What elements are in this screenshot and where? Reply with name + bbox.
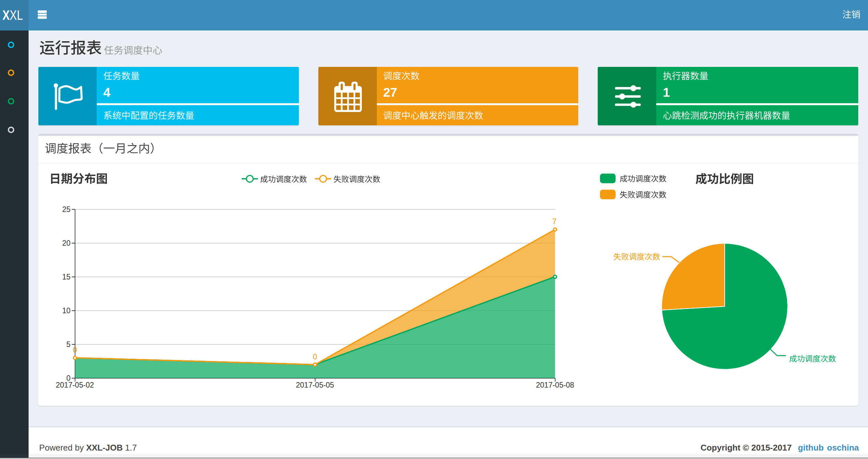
svg-text:7: 7 [552, 217, 556, 226]
svg-text:Powered by XXL-JOB 1.7: Powered by XXL-JOB 1.7 [39, 443, 137, 453]
svg-text:15: 15 [62, 273, 70, 281]
svg-text:2017-05-05: 2017-05-05 [296, 381, 334, 389]
svg-text:25: 25 [62, 205, 70, 214]
svg-text:XXL: XXL [3, 7, 23, 23]
svg-text:0: 0 [313, 352, 317, 361]
svg-text:Copyright © 2015-2017 githubos: Copyright © 2015-2017 githuboschina [701, 443, 859, 453]
svg-text:5: 5 [66, 340, 70, 349]
svg-text:10: 10 [62, 306, 70, 315]
svg-text:4: 4 [103, 86, 111, 99]
svg-text:20: 20 [62, 239, 70, 248]
svg-text:1: 1 [663, 86, 670, 99]
svg-text:2017-05-08: 2017-05-08 [536, 381, 574, 389]
svg-text:27: 27 [383, 86, 397, 99]
svg-text:0: 0 [73, 346, 77, 354]
svg-text:2017-05-02: 2017-05-02 [56, 381, 94, 389]
